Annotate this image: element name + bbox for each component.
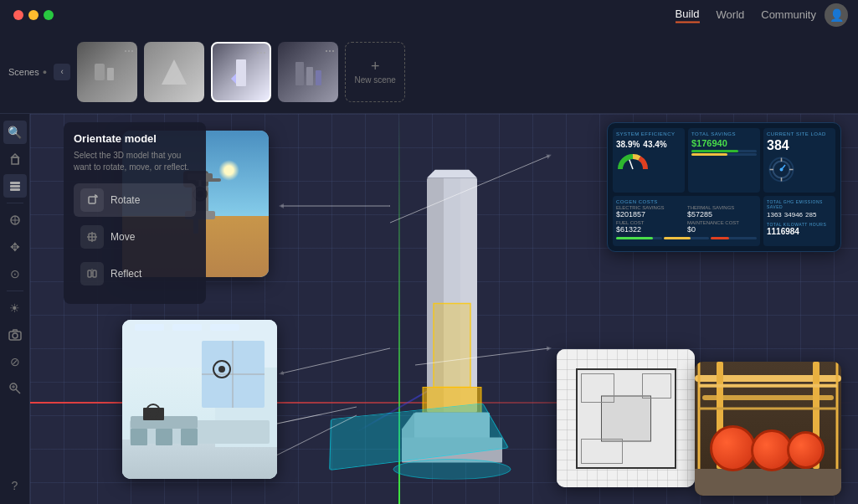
svg-rect-28 (93, 270, 96, 277)
svg-line-55 (629, 160, 633, 169)
electric-savings: ELECTRIC SAVINGS $201857 (616, 205, 686, 219)
toolbar-cube-icon[interactable] (3, 147, 27, 171)
nav-world[interactable]: World (717, 8, 745, 23)
kwh-label: TOTAL KILOWATT HOURS (767, 222, 832, 227)
svg-point-18 (13, 333, 18, 338)
panel-dashboard[interactable]: SYSTEM EFFICIENCY 38.9% 43.4% (607, 122, 841, 252)
orientate-rotate-option[interactable]: Rotate (74, 183, 196, 217)
floorplan-scene (557, 349, 695, 487)
svg-line-20 (16, 389, 20, 393)
orientate-panel: Orientate model Select the 3D model that… (64, 122, 206, 304)
svg-rect-5 (295, 62, 304, 85)
svg-marker-4 (231, 74, 236, 84)
cogen-label: COGEN COSTS (616, 199, 757, 204)
toolbar-layers-icon[interactable] (3, 174, 27, 198)
savings-label: TOTAL SAVINGS (691, 131, 757, 136)
dash-total-savings: TOTAL SAVINGS $176940 (688, 128, 760, 193)
load-label: CURRENT SITE LOAD (767, 131, 832, 136)
toolbar-light-icon[interactable]: ☀ (3, 296, 27, 320)
dash-site-load: CURRENT SITE LOAD 384 (763, 128, 835, 193)
svg-rect-3 (236, 59, 246, 86)
svg-rect-73 (181, 429, 198, 445)
toolbar-zoom-icon[interactable]: 🔍 (3, 121, 27, 144)
office-camera-2 (146, 404, 161, 419)
scene-3-menu[interactable]: ⋯ (256, 47, 266, 59)
ghg-label: TOTAL GHG EMISSIONS SAVED (767, 199, 832, 209)
kwh-value: 1116984 (767, 227, 832, 236)
fuel-cost: FUEL COST $61322 (616, 220, 686, 234)
savings-bar (691, 150, 757, 152)
orientate-move-option[interactable]: Move (74, 220, 196, 254)
toolbar-move-icon[interactable]: ✥ (3, 235, 27, 259)
camera-dot-1 (218, 366, 225, 373)
svg-rect-6 (306, 67, 313, 85)
svg-marker-9 (12, 154, 18, 157)
savings-value: $176940 (691, 138, 757, 148)
toolbar-target-icon[interactable]: ⊙ (3, 262, 27, 285)
dash-system-efficiency: SYSTEM EFFICIENCY 38.9% 43.4% (613, 128, 685, 193)
nav-community[interactable]: Community (761, 8, 816, 23)
svg-rect-0 (95, 64, 105, 80)
svg-rect-66 (210, 324, 239, 331)
canvas-area[interactable]: Orientate model Select the 3D model that… (30, 114, 858, 504)
nav-build[interactable]: Build (676, 8, 700, 23)
svg-rect-71 (131, 429, 147, 445)
dashboard-content: SYSTEM EFFICIENCY 38.9% 43.4% (608, 123, 840, 251)
svg-rect-27 (88, 270, 91, 277)
svg-rect-8 (12, 157, 18, 164)
user-avatar[interactable]: 👤 (825, 3, 848, 27)
titlebar: Build World Community 👤 (0, 0, 858, 30)
toolbar-help-icon[interactable]: ? (3, 474, 27, 497)
svg-marker-2 (162, 59, 187, 85)
panel-office[interactable] (122, 320, 277, 479)
svg-rect-23 (89, 197, 95, 203)
scene-4-menu[interactable]: ⋯ (325, 45, 335, 57)
scene-2-menu[interactable]: ⋯ (191, 45, 201, 57)
toolbar-link-icon[interactable]: ⊘ (3, 350, 27, 373)
cogen-bar1 (616, 237, 662, 239)
kwh-section: TOTAL KILOWATT HOURS 1116984 (767, 222, 832, 236)
move-label: Move (110, 231, 135, 243)
move-icon (80, 225, 104, 249)
svg-rect-64 (135, 324, 164, 331)
scene-thumb-3[interactable]: ⋯ (211, 42, 271, 102)
nav-links: Build World Community (676, 8, 816, 23)
efficiency-value2: 43.4% (643, 140, 666, 149)
svg-rect-72 (156, 429, 172, 445)
rotate-label: Rotate (110, 194, 140, 206)
panel-boiler[interactable] (695, 362, 841, 496)
svg-rect-1 (107, 68, 114, 80)
scene-thumb-2[interactable]: ⋯ (144, 42, 204, 102)
svg-rect-7 (316, 70, 321, 85)
panel-floorplan[interactable] (557, 349, 695, 487)
dash-ghg: TOTAL GHG EMISSIONS SAVED 1363 34946 285 (763, 196, 835, 247)
rotate-icon (80, 188, 104, 212)
toolbar-search-zoom-icon[interactable] (3, 377, 27, 400)
minimize-button[interactable] (28, 10, 39, 20)
scene-1-menu[interactable]: ⋯ (124, 45, 134, 57)
floorplan-room-2 (642, 373, 671, 399)
scene-thumb-1[interactable]: ⋯ (77, 42, 137, 102)
orientate-reflect-option[interactable]: Reflect (74, 257, 196, 291)
scene-thumb-4[interactable]: ⋯ (278, 42, 338, 102)
close-button[interactable] (13, 10, 23, 20)
main-area: 🔍 ✥ ⊙ ☀ ⊘ ? Orientate mode (0, 114, 858, 504)
floorplan-room-1 (581, 373, 614, 403)
new-scene-label: New scene (354, 75, 395, 85)
scenes-collapse-button[interactable]: ‹ (54, 64, 70, 80)
left-toolbar: 🔍 ✥ ⊙ ☀ ⊘ ? (0, 114, 30, 504)
efficiency-value1: 38.9% (616, 140, 640, 149)
floorplan-outer-walls (576, 368, 676, 469)
maintenance-cost: MAINTENANCE COST $0 (687, 220, 757, 234)
svg-point-39 (393, 460, 511, 480)
new-scene-plus-icon: + (371, 59, 380, 74)
dash-cogen: COGEN COSTS ELECTRIC SAVINGS $201857 THE… (613, 196, 760, 247)
office-lights (122, 320, 277, 479)
toolbar-camera-icon[interactable] (3, 323, 27, 347)
orientate-title: Orientate model (74, 132, 196, 145)
boiler-scene (695, 362, 841, 496)
new-scene-button[interactable]: + New scene (345, 42, 405, 102)
maximize-button[interactable] (44, 10, 54, 20)
toolbar-shapes-icon[interactable] (3, 208, 27, 232)
scenes-label: Scenes ● (8, 67, 47, 77)
